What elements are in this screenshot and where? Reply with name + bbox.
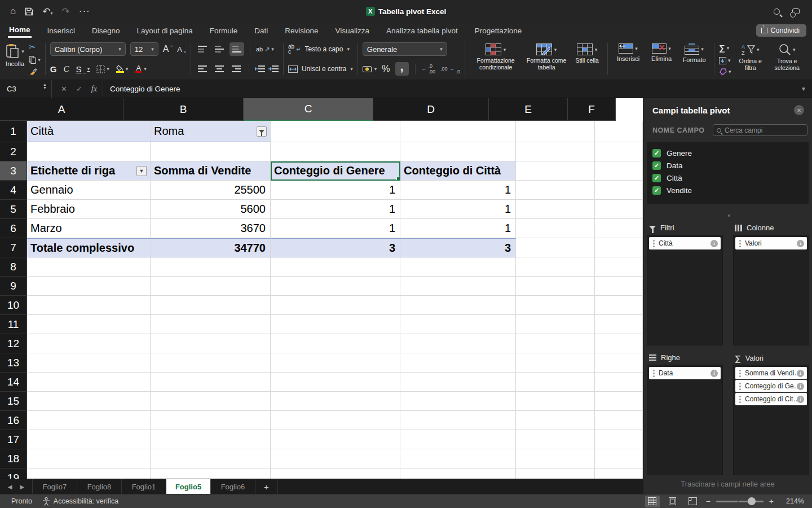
drag-handle-icon[interactable] bbox=[739, 370, 741, 371]
field-checkbox-genere[interactable]: ✓ bbox=[652, 149, 661, 157]
insert-function-icon[interactable]: fx bbox=[91, 85, 97, 94]
field-info-icon[interactable]: i bbox=[710, 240, 718, 247]
zoom-slider[interactable] bbox=[716, 501, 764, 502]
share-button[interactable]: Condividi bbox=[756, 24, 806, 37]
cell-F9[interactable] bbox=[595, 277, 643, 296]
cell-B19[interactable] bbox=[151, 468, 271, 479]
format-cells-button[interactable]: ▾ Formato bbox=[679, 42, 709, 76]
cell-C11[interactable] bbox=[271, 315, 400, 334]
field-info-icon[interactable]: i bbox=[797, 370, 804, 377]
cell-A4[interactable]: Gennaio bbox=[27, 181, 151, 200]
cell-D7[interactable]: 3 bbox=[400, 238, 516, 257]
column-header-E[interactable]: E bbox=[489, 98, 568, 121]
cell-F1[interactable] bbox=[595, 121, 643, 142]
add-sheet-button[interactable]: + bbox=[255, 479, 278, 494]
cell-C14[interactable] bbox=[271, 373, 400, 392]
cell-C6[interactable]: 1 bbox=[271, 219, 400, 238]
formula-input[interactable]: Conteggio di Genere bbox=[103, 80, 801, 98]
drag-handle-icon[interactable] bbox=[653, 370, 655, 371]
cell-B16[interactable] bbox=[151, 411, 271, 430]
format-painter-icon[interactable] bbox=[29, 68, 41, 76]
field-info-icon[interactable]: i bbox=[797, 240, 804, 247]
row-header-4[interactable]: 4 bbox=[0, 181, 27, 200]
font-size-select[interactable]: 12▾ bbox=[130, 42, 158, 56]
cell-D2[interactable] bbox=[400, 142, 516, 161]
merge-center-icon[interactable] bbox=[288, 65, 298, 73]
row-header-2[interactable]: 2 bbox=[0, 142, 27, 161]
area-field-pill[interactable]: Datai bbox=[649, 367, 721, 379]
filters-area-box[interactable]: Cittài bbox=[647, 235, 723, 345]
cell-E10[interactable] bbox=[516, 296, 595, 315]
cell-D14[interactable] bbox=[400, 373, 516, 392]
merge-center-label[interactable]: Unisci e centra bbox=[302, 65, 346, 73]
cell-E1[interactable] bbox=[516, 121, 595, 142]
rows-area-box[interactable]: Datai bbox=[647, 365, 723, 475]
cut-icon[interactable]: ✂ bbox=[29, 42, 41, 51]
cell-D10[interactable] bbox=[400, 296, 516, 315]
fill-down-button[interactable]: ▾ bbox=[719, 57, 731, 64]
cell-D1[interactable] bbox=[400, 121, 516, 142]
cell-C4[interactable]: 1 bbox=[271, 181, 400, 200]
cell-C2[interactable] bbox=[271, 142, 400, 161]
area-field-pill[interactable]: Conteggio di Ge…i bbox=[735, 380, 807, 392]
cell-E12[interactable] bbox=[516, 334, 595, 353]
cell-C15[interactable] bbox=[271, 392, 400, 411]
cell-A6[interactable]: Marzo bbox=[27, 219, 151, 238]
grow-font-button[interactable]: A^ bbox=[163, 44, 173, 54]
field-checkbox-vendite[interactable]: ✓ bbox=[652, 186, 661, 195]
increase-indent-icon[interactable] bbox=[268, 65, 279, 72]
align-left-icon[interactable] bbox=[196, 63, 209, 75]
cell-A18[interactable] bbox=[27, 449, 151, 468]
field-item-vendite[interactable]: ✓Vendite bbox=[652, 184, 803, 196]
align-top-icon[interactable] bbox=[196, 43, 209, 55]
cell-A10[interactable] bbox=[27, 296, 151, 315]
sheet-tab-foglio6[interactable]: Foglio6 bbox=[211, 479, 255, 494]
page-layout-view-button[interactable] bbox=[665, 496, 680, 507]
save-icon[interactable] bbox=[25, 7, 33, 16]
report-filter-icon[interactable] bbox=[257, 126, 267, 137]
field-item-città[interactable]: ✓Città bbox=[652, 172, 803, 184]
next-sheet-icon[interactable]: ▶ bbox=[20, 484, 25, 490]
cell-B12[interactable] bbox=[151, 334, 271, 353]
cell-D5[interactable]: 1 bbox=[400, 200, 516, 219]
insert-cells-button[interactable]: ▾ Inserisci bbox=[612, 42, 644, 76]
cell-D15[interactable] bbox=[400, 392, 516, 411]
field-checkbox-città[interactable]: ✓ bbox=[652, 174, 661, 182]
cell-F10[interactable] bbox=[595, 296, 643, 315]
cell-F4[interactable] bbox=[595, 181, 643, 200]
field-item-data[interactable]: ✓Data bbox=[652, 159, 803, 172]
cell-F15[interactable] bbox=[595, 392, 643, 411]
cell-E6[interactable] bbox=[516, 219, 595, 238]
name-box[interactable]: C3 ▲▼ bbox=[0, 80, 52, 98]
ribbon-tab-revisione[interactable]: Revisione bbox=[284, 24, 319, 37]
cell-A7[interactable]: Totale complessivo bbox=[27, 238, 151, 257]
cell-C13[interactable] bbox=[271, 353, 400, 373]
cell-E15[interactable] bbox=[516, 392, 595, 411]
format-as-table-button[interactable]: ▾ Formatta come tabella bbox=[524, 42, 569, 76]
cell-C3[interactable]: Conteggio di Genere bbox=[271, 161, 400, 181]
pane-splitter-handle[interactable] bbox=[728, 214, 730, 217]
cell-E13[interactable] bbox=[516, 353, 595, 373]
cell-A5[interactable]: Febbraio bbox=[27, 200, 151, 219]
cell-B9[interactable] bbox=[151, 277, 271, 296]
row-header-16[interactable]: 16 bbox=[0, 411, 27, 430]
cell-A13[interactable] bbox=[27, 353, 151, 373]
decrease-decimal-icon[interactable]: .00→.0 bbox=[440, 63, 460, 75]
cell-A11[interactable] bbox=[27, 315, 151, 334]
cell-C10[interactable] bbox=[271, 296, 400, 315]
cell-C18[interactable] bbox=[271, 449, 400, 468]
cell-C19[interactable] bbox=[271, 468, 400, 479]
row-header-1[interactable]: 1 bbox=[0, 121, 27, 142]
cell-E19[interactable] bbox=[516, 468, 595, 479]
cell-D17[interactable] bbox=[400, 430, 516, 449]
increase-decimal-icon[interactable]: ←.0.00 bbox=[422, 63, 436, 75]
accessibility-status[interactable]: Accessibilità: verifica bbox=[42, 497, 118, 506]
copy-icon[interactable]: ▾ bbox=[29, 56, 41, 64]
row-header-5[interactable]: 5 bbox=[0, 200, 27, 219]
cell-E9[interactable] bbox=[516, 277, 595, 296]
cell-A2[interactable] bbox=[27, 142, 151, 161]
cell-D19[interactable] bbox=[400, 468, 516, 479]
cell-E14[interactable] bbox=[516, 373, 595, 392]
paste-button[interactable]: ▾ Incolla bbox=[6, 42, 24, 76]
cell-E3[interactable] bbox=[516, 161, 595, 181]
